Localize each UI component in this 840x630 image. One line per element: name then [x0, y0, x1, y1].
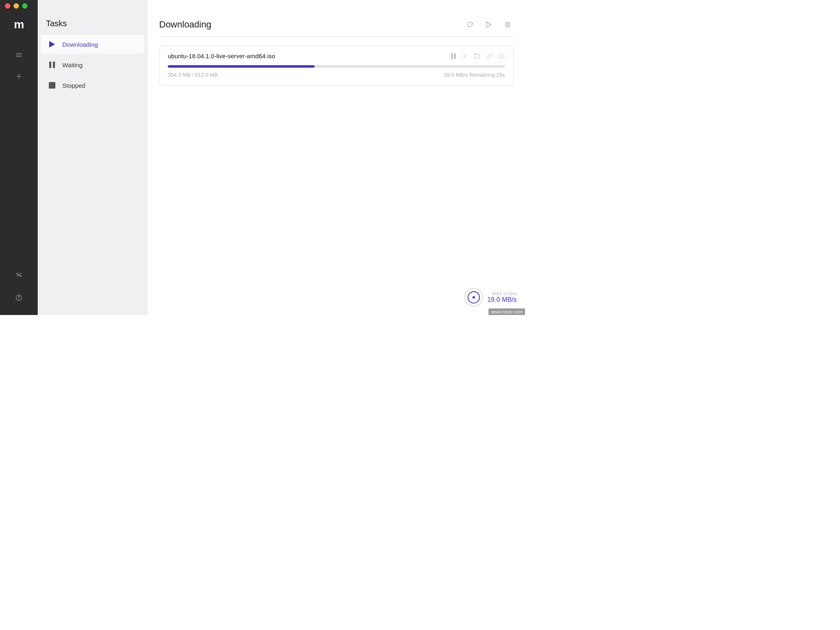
svg-marker-14: [487, 22, 491, 27]
speed-max-label: MAX: [492, 291, 502, 296]
card-actions: [451, 53, 505, 59]
header-divider: [159, 36, 514, 37]
card-folder-button[interactable]: [474, 53, 480, 59]
main-title: Downloading: [159, 19, 211, 30]
header-actions: [464, 19, 514, 30]
minimize-button[interactable]: [14, 3, 19, 9]
sidebar-item-stopped[interactable]: Stopped: [41, 76, 144, 95]
card-link-button[interactable]: [486, 53, 493, 59]
watermark: www.ruicer.com: [488, 308, 525, 315]
titlebar: [0, 0, 38, 11]
download-size-stat: 354.3 MB / 812.0 MB: [168, 72, 218, 78]
stop-icon: [48, 81, 57, 90]
refresh-button[interactable]: [464, 19, 476, 30]
svg-point-5: [18, 274, 20, 276]
file-name: ubuntu-18.04.1.0-live-server-amd64.iso: [168, 52, 275, 59]
add-button[interactable]: [10, 67, 28, 85]
speed-current-value: 19.0 MB/s: [487, 296, 517, 304]
card-info-button[interactable]: [498, 53, 505, 59]
progress-bar-background: [168, 65, 505, 68]
svg-rect-15: [506, 22, 507, 27]
app-logo: m: [14, 18, 24, 31]
sidebar-item-stopped-label: Stopped: [62, 82, 85, 89]
speed-max-row: MAX 0 KB/s: [487, 291, 517, 296]
help-button[interactable]: [10, 289, 28, 307]
card-cancel-button[interactable]: [461, 53, 468, 59]
main-header: Downloading: [148, 11, 525, 30]
download-card-header: ubuntu-18.04.1.0-live-server-amd64.iso: [168, 52, 505, 59]
sidebar-item-downloading-label: Downloading: [62, 41, 98, 48]
icon-sidebar: m: [0, 0, 38, 315]
sidebar-item-waiting-label: Waiting: [62, 62, 82, 68]
speed-max-value: 0 KB/s: [504, 291, 517, 296]
svg-rect-16: [509, 22, 510, 27]
close-button[interactable]: [5, 3, 10, 9]
progress-bar-fill: [168, 65, 315, 68]
speed-widget: MAX 0 KB/s 19.0 MB/s: [464, 288, 517, 307]
download-stats: 354.3 MB / 812.0 MB 19.0 MB/s Remaining …: [168, 72, 505, 78]
tasks-title: Tasks: [38, 11, 148, 34]
menu-button[interactable]: [10, 46, 28, 64]
sidebar-item-downloading[interactable]: Downloading: [41, 35, 144, 54]
play-icon: [48, 40, 57, 49]
pause-all-button[interactable]: [502, 19, 514, 30]
speed-info: MAX 0 KB/s 19.0 MB/s: [487, 291, 517, 304]
download-speed-stat: 19.0 MB/s Remaining 25s: [444, 72, 505, 78]
sidebar-item-waiting[interactable]: Waiting: [41, 55, 144, 74]
play-all-button[interactable]: [483, 19, 495, 30]
pause-icon: [48, 60, 57, 69]
speed-inner-circle: [468, 291, 480, 304]
main-content: Downloading: [148, 0, 525, 315]
settings-button[interactable]: [10, 266, 28, 284]
svg-point-13: [19, 299, 19, 300]
tasks-sidebar: Tasks Downloading Waiting Stopped: [38, 0, 148, 315]
speed-circle: [464, 288, 483, 307]
speed-dot: [472, 296, 475, 299]
card-pause-button[interactable]: [451, 53, 456, 59]
maximize-button[interactable]: [22, 3, 27, 9]
download-card: ubuntu-18.04.1.0-live-server-amd64.iso: [159, 46, 514, 86]
